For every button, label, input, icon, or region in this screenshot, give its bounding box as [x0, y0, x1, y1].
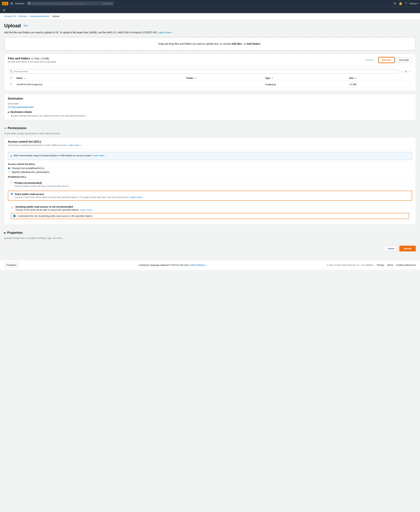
files-summary: (1 Total, 1.8 MB) — [31, 57, 49, 60]
drop-zone-text: Drag and drop files and folders you want… — [158, 42, 232, 45]
acl-learn-more[interactable]: Learn more ↗ — [68, 144, 82, 147]
files-title-text: Files and folders — [8, 57, 30, 60]
drop-zone-add-folders[interactable]: Add folders — [247, 42, 260, 45]
page-description: Add the files and folders you want to up… — [4, 31, 416, 34]
aws-logo[interactable]: aws — [2, 2, 8, 5]
private-acl-content: Private (recommended) Only the object ow… — [15, 182, 410, 187]
learn-more-link[interactable]: Learn more ↗ — [158, 31, 173, 34]
files-title: Files and folders (1 Total, 1.8 MB) — [8, 57, 57, 60]
cancel-button[interactable]: Cancel — [384, 246, 397, 251]
upload-button[interactable]: Upload — [399, 246, 416, 251]
warning-header: ⚠ Granting public-read access is not rec… — [11, 205, 409, 211]
permissions-title: Permissions — [8, 126, 26, 130]
size-sort-icon: ▽ — [355, 77, 356, 79]
prev-page-button[interactable]: ‹ — [400, 69, 405, 74]
acl-box-header: Access control list (ACL) Grant basic re… — [4, 138, 416, 149]
privacy-link[interactable]: Privacy — [377, 264, 384, 266]
warning-box: ⚠ Granting public-read access is not rec… — [8, 203, 412, 222]
public-read-acl-radio[interactable] — [11, 193, 13, 195]
acl-title: Access control list (ACL) — [8, 140, 412, 143]
global-selector[interactable]: Global ▾ — [410, 2, 418, 5]
table-header-row: Name ▲ Folder ▽ Type ▽ Size ▽ — [8, 75, 412, 81]
properties-toggle-icon: ▶ — [4, 232, 6, 234]
destination-section-body: Destination Destination s3://mysuperawsb… — [4, 94, 416, 120]
unified-settings-link[interactable]: Unified Settings ↗ — [189, 264, 207, 266]
breadcrumb-buckets[interactable]: Buckets — [19, 15, 27, 17]
info-tag[interactable]: Info — [22, 24, 29, 27]
permissions-section: ▼ Permissions Grant public access and ac… — [4, 124, 416, 225]
permissions-header[interactable]: ▼ Permissions — [4, 124, 416, 131]
destination-details-label: Destination details — [10, 111, 32, 113]
warning-external-icon: ↗ — [92, 209, 94, 211]
bell-icon[interactable]: 🔔 — [399, 2, 402, 5]
files-subtitle: All files and folders in this table will… — [8, 61, 57, 63]
individual-label[interactable]: Specify individual ACL permissions — [12, 171, 50, 173]
warning-learn-more[interactable]: Learn more ↗ — [80, 209, 94, 211]
cookie-link[interactable]: Cookie preferences — [396, 264, 416, 266]
col-type[interactable]: Type ▽ — [263, 75, 347, 81]
public-read-acl-title[interactable]: Grant public-read access — [15, 193, 44, 195]
properties-title: Properties — [7, 231, 23, 235]
row-checkbox[interactable] — [10, 83, 12, 85]
search-input[interactable] — [33, 2, 102, 5]
destination-link[interactable]: s3://mysuperawsbucket — [8, 106, 33, 109]
confirm-checkbox[interactable] — [13, 215, 15, 217]
drop-zone[interactable]: Drag and drop files and folders you want… — [4, 37, 416, 50]
select-all-checkbox[interactable] — [10, 77, 12, 79]
confirm-checkbox-label[interactable]: I understand the risk of granting public… — [11, 213, 409, 219]
col-name[interactable]: Name ▲ — [14, 75, 184, 81]
next-page-button[interactable]: › — [407, 69, 412, 74]
destination-label: Destination — [8, 102, 412, 105]
apps-icon[interactable]: ⊞ — [10, 2, 13, 5]
hamburger-icon[interactable]: ☰ — [3, 8, 5, 12]
col-size[interactable]: Size ▽ — [347, 75, 412, 81]
add-folder-button[interactable]: Add folder — [396, 57, 412, 62]
individual-radio[interactable] — [8, 171, 10, 173]
feedback-button[interactable]: Feedback — [4, 263, 19, 267]
mail-icon[interactable]: ✉ — [394, 2, 396, 5]
info-banner-learn-more[interactable]: Learn more ↗ — [93, 154, 106, 157]
public-read-acl-content: Grant public-read access Anyone in the w… — [15, 193, 409, 199]
drop-zone-add-files[interactable]: Add files — [232, 42, 242, 45]
files-toolbar: Remove Add files Add folder — [363, 57, 412, 63]
row-checkbox-cell — [8, 81, 14, 88]
col-folder[interactable]: Folder ▽ — [184, 75, 263, 81]
private-acl-title[interactable]: Private (recommended) — [15, 182, 42, 184]
predefined-label[interactable]: Choose from predefined ACLs — [12, 167, 45, 170]
help-icon[interactable]: ? — [405, 2, 407, 5]
terms-link[interactable]: Terms — [387, 264, 393, 266]
footer-right: © 2022, Amazon Web Services, Inc. or its… — [326, 264, 416, 266]
page-number: 1 — [405, 70, 406, 73]
info-banner-external-icon: ↗ — [105, 155, 106, 157]
breadcrumb-bucket-name[interactable]: mysuperawsbucket — [30, 15, 49, 17]
destination-details-row[interactable]: ▶ Destination details — [8, 109, 412, 114]
services-link[interactable]: Services — [15, 2, 24, 5]
drop-zone-period: . — [261, 42, 262, 45]
page-header: Upload Info — [4, 23, 416, 29]
folder-sort-icon: ▽ — [195, 77, 196, 79]
acl-box-body: ℹ AWS recommends using S3 bucket policie… — [4, 149, 416, 225]
breadcrumb-s3[interactable]: Amazon S3 — [4, 15, 16, 17]
private-acl-radio[interactable] — [10, 182, 13, 184]
acl-group-label: Access control list (ACL) — [8, 163, 412, 165]
add-files-button[interactable]: Add files — [379, 57, 394, 63]
search-shortcut: [Option+S] — [103, 2, 112, 5]
acl-radio-group: Access control list (ACL) Choose from pr… — [8, 163, 412, 173]
permissions-toggle-icon: ▼ — [4, 127, 6, 130]
remove-button[interactable]: Remove — [363, 57, 377, 62]
aws-logo-mark: aws — [2, 2, 8, 5]
public-read-external-icon: ↗ — [142, 196, 144, 198]
properties-header[interactable]: ▶ Properties — [4, 228, 416, 235]
files-section-header: Files and folders (1 Total, 1.8 MB) All … — [4, 54, 416, 66]
predefined-acls-label: Predefined ACLs — [8, 176, 412, 178]
destination-title: Destination — [8, 97, 412, 100]
search-icon: 🔍 — [10, 70, 13, 73]
drop-zone-or: , or — [243, 42, 247, 45]
external-link-icon: ↗ — [171, 31, 173, 34]
public-read-acl-option: Grant public-read access Anyone in the w… — [8, 191, 412, 201]
private-acl-option: Private (recommended) Only the object ow… — [8, 180, 412, 189]
acl-subtitle: Grant basic read/write permissions to ot… — [8, 144, 412, 147]
files-search-input[interactable] — [14, 70, 396, 73]
predefined-radio[interactable] — [8, 167, 10, 170]
public-read-learn-more[interactable]: Learn more ↗ — [130, 196, 144, 199]
